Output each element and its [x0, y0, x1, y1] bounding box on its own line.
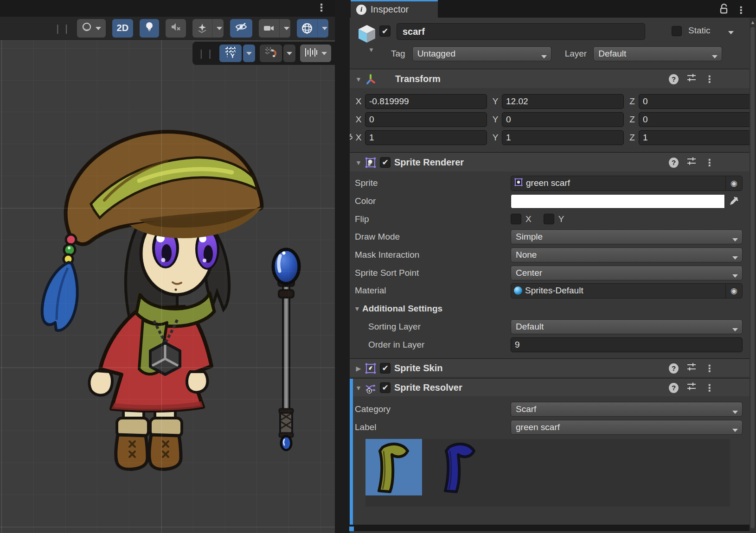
position-z-field[interactable] [639, 94, 756, 109]
splitter-grip[interactable] [349, 527, 354, 531]
gizmos-dropdown[interactable] [317, 19, 328, 38]
sprite-variant-green-scarf[interactable] [365, 439, 422, 495]
sprite-sort-point-dropdown[interactable]: Center [511, 266, 743, 280]
foldout-arrow-icon[interactable]: ▼ [352, 159, 365, 166]
sprite-renderer-header[interactable]: ▼ ✔ Sprite Renderer ? ⋮ [350, 153, 756, 171]
hidden-objects-button[interactable] [230, 19, 252, 38]
effects-dropdown[interactable] [212, 19, 223, 38]
position-row: Position X Y Z [350, 93, 756, 111]
additional-settings-row[interactable]: ▼ Additional Settings [350, 300, 756, 318]
grid-visibility-dropdown[interactable] [243, 44, 255, 62]
foldout-arrow-icon[interactable]: ▼ [352, 305, 362, 312]
inspector-scrollbar[interactable]: ▲ [750, 18, 756, 533]
scrollbar-thumb[interactable] [750, 27, 755, 528]
scene-effects-button[interactable] [192, 19, 223, 38]
component-menu-dots-icon[interactable]: ⋮ [705, 157, 714, 168]
scale-y-field[interactable] [502, 130, 624, 145]
camera-settings-button[interactable] [259, 19, 290, 38]
static-checkbox[interactable]: ✔ [672, 26, 682, 36]
toolbar-drag-handle[interactable]: ❘❘ [54, 23, 71, 34]
order-in-layer-field[interactable] [511, 337, 743, 352]
2d-mode-button[interactable]: 2D [112, 19, 134, 38]
chevron-down-icon [541, 55, 547, 61]
foldout-collapsed-icon[interactable]: ▶ [352, 365, 365, 372]
help-icon[interactable]: ? [669, 74, 679, 84]
sprite-variant-blue-scarf[interactable] [432, 439, 488, 495]
label-dropdown[interactable]: green scarf [511, 420, 743, 435]
scene-gizmos-button[interactable] [297, 19, 328, 38]
grid-snap-dropdown[interactable] [283, 44, 295, 62]
rotation-z-field[interactable] [639, 112, 756, 127]
foldout-arrow-icon[interactable]: ▼ [352, 76, 365, 83]
inspector-menu-dots-icon[interactable]: ⋮ [736, 5, 746, 16]
presets-icon[interactable] [686, 73, 697, 85]
help-icon[interactable]: ? [669, 383, 679, 393]
presets-icon[interactable] [686, 381, 697, 394]
transform-header[interactable]: ▼ Transform ? ⋮ [350, 70, 756, 88]
green-scarf-thumbnail [370, 440, 418, 495]
position-y-field[interactable] [502, 94, 624, 109]
gameobject-name-field[interactable] [397, 23, 645, 40]
draw-mode-dropdown[interactable]: Simple [511, 229, 743, 244]
sprite-resolver-enabled-checkbox[interactable]: ✔ [380, 382, 391, 393]
sorting-layer-dropdown[interactable]: Default [511, 319, 743, 334]
color-swatch[interactable] [511, 194, 725, 209]
tag-dropdown[interactable]: Untagged [412, 46, 551, 61]
sprite-resolver-header[interactable]: ▼ ✔ Sprite Resolver ? ⋮ [350, 379, 756, 396]
presets-icon[interactable] [686, 156, 697, 169]
eyedropper-icon[interactable] [725, 194, 743, 209]
scene-lighting-button[interactable] [140, 19, 159, 38]
axis-x-label: X [355, 96, 362, 107]
selection-highlight-bar [350, 379, 353, 525]
static-dropdown-arrow[interactable] [728, 31, 734, 37]
sprite-skin-header[interactable]: ▶ ✔ Sprite Skin ? ⋮ [350, 359, 756, 377]
mask-interaction-dropdown[interactable]: None [511, 247, 743, 262]
object-picker-icon[interactable]: ◉ [725, 176, 742, 190]
sprite-object-field[interactable]: green scarf ◉ [511, 176, 743, 191]
sprite-skin-enabled-checkbox[interactable]: ✔ [380, 363, 391, 374]
scene-view[interactable]: ⋮ ❘❘ 2D [0, 0, 335, 533]
panel-splitter[interactable] [335, 0, 350, 533]
sprite-renderer-enabled-checkbox[interactable]: ✔ [380, 157, 391, 168]
grid-visibility-button[interactable]: Y [219, 44, 242, 62]
layer-dropdown[interactable]: Default [593, 46, 722, 61]
tag-value: Untagged [417, 49, 455, 59]
help-icon[interactable]: ? [669, 158, 679, 168]
rotation-y-field[interactable] [502, 112, 624, 127]
scene-audio-button[interactable] [166, 19, 186, 38]
object-picker-icon[interactable]: ◉ [725, 284, 742, 298]
scene-menu-dots-icon[interactable]: ⋮ [316, 2, 327, 14]
draw-mode-row: Draw Mode Simple [350, 228, 756, 246]
category-dropdown[interactable]: Scarf [511, 402, 743, 417]
tab-inspector[interactable]: i Inspector [351, 0, 438, 18]
grid-snap-button[interactable] [260, 44, 282, 62]
snap-increment-button[interactable] [300, 44, 331, 62]
character-sprite [42, 132, 262, 469]
presets-icon[interactable] [686, 362, 697, 374]
camera-dropdown[interactable] [279, 19, 290, 38]
component-menu-dots-icon[interactable]: ⋮ [705, 382, 714, 393]
scrollbar-up-arrow-icon[interactable]: ▲ [750, 19, 756, 25]
component-menu-dots-icon[interactable]: ⋮ [705, 74, 714, 85]
axis-y-label: Y [492, 114, 499, 125]
flip-x-checkbox[interactable]: ✔ [511, 214, 521, 224]
scale-x-field[interactable] [365, 130, 487, 145]
axis-x-label: X [355, 114, 362, 125]
rotation-row: Rotation X Y Z [350, 111, 756, 129]
position-x-field[interactable] [365, 94, 487, 109]
component-menu-dots-icon[interactable]: ⋮ [705, 363, 714, 374]
rotation-x-field[interactable] [365, 112, 487, 127]
foldout-arrow-icon[interactable]: ▼ [352, 384, 365, 392]
scale-z-field[interactable] [639, 130, 756, 145]
snapbar-drag-handle[interactable]: ❘❘ [197, 48, 215, 59]
flip-x-label: X [525, 214, 532, 224]
help-icon[interactable]: ? [669, 363, 679, 374]
lock-icon[interactable] [719, 3, 729, 17]
sphere-outline-icon [82, 22, 92, 34]
mask-interaction-label: Mask Interaction [350, 250, 511, 260]
material-object-field[interactable]: Sprites-Default ◉ [511, 283, 743, 298]
shading-mode-button[interactable] [77, 19, 106, 38]
flip-y-checkbox[interactable]: ✔ [544, 214, 554, 224]
gameobject-active-checkbox[interactable]: ✔ [379, 25, 391, 37]
camera-icon [259, 19, 279, 38]
